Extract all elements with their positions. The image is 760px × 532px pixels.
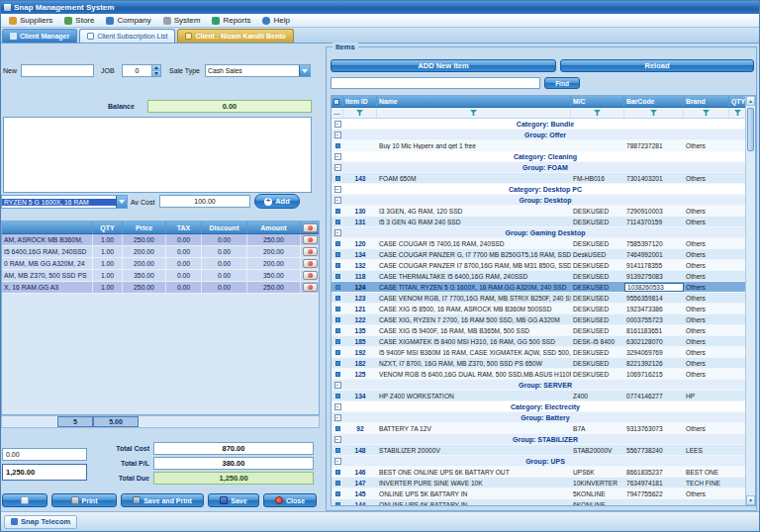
delete-row-button[interactable] — [303, 271, 318, 280]
row-expander[interactable] — [332, 382, 343, 389]
row-expander[interactable] — [332, 186, 343, 193]
tab-client-manager[interactable]: Client Manager — [2, 29, 77, 43]
row-selector[interactable] — [332, 296, 343, 301]
row-expander[interactable] — [332, 197, 343, 204]
save-and-print-button[interactable]: Save and Print — [121, 493, 204, 507]
group-row[interactable]: Group: STABILIZER — [332, 434, 747, 445]
sale-grid-row[interactable]: 0 RAM, MB GG A320M, 241.00200.000.000.00… — [2, 258, 319, 270]
category-row[interactable]: Category: Bundle — [332, 119, 747, 130]
row-selector[interactable] — [332, 361, 343, 366]
row-expander[interactable] — [332, 153, 343, 160]
items-col-header-barcode[interactable]: BarCode — [624, 96, 684, 107]
sale-type-select[interactable]: Cash Sales — [205, 64, 311, 77]
job-spinner-buttons[interactable] — [151, 65, 160, 76]
print-button[interactable]: Print — [51, 493, 117, 507]
item-row[interactable]: 144ONLINE UPS 6K BATTARY IN6KONLINE — [332, 499, 747, 506]
row-selector[interactable] — [332, 274, 343, 279]
scroll-down-icon[interactable] — [746, 495, 755, 505]
group-row[interactable]: Group: SERVER — [332, 380, 747, 391]
av-cost-input[interactable] — [159, 195, 250, 208]
filter-cell[interactable]: — — [332, 108, 343, 118]
row-selector[interactable] — [332, 209, 343, 214]
item-row[interactable]: 143FOAM 650MFM-HB0167301403201Others — [332, 173, 747, 184]
sale-grid-row[interactable]: AM, ASROCK MB B360M,1.00250.000.000.0025… — [2, 234, 319, 246]
filter-cell[interactable] — [377, 108, 571, 118]
row-selector[interactable] — [332, 491, 343, 496]
item-row[interactable]: 182NZXT, I7 8700, 16G RAM, MB Z370, 500 … — [332, 358, 747, 369]
items-scrollbar[interactable] — [745, 96, 755, 505]
item-row[interactable]: 118CASE THERMALTAKE I5 6400,16G RAM, 240… — [332, 271, 747, 282]
item-row[interactable]: 185CASE XIGMATEK I5 8400 MSI H310, 16 RA… — [332, 336, 747, 347]
group-row[interactable]: Group: FOAM — [332, 162, 747, 173]
sale-grid-row[interactable]: I5 6400,16G RAM, 240SSD1.00200.000.000.0… — [2, 246, 319, 258]
item-row[interactable]: 131I5 3 GEN 4G RAM 240 SSDDESKUSED711437… — [332, 217, 747, 227]
tab-client-subscription-list[interactable]: Client Subscription List — [79, 29, 175, 43]
item-row[interactable]: 120CASE COUGAR I5 7400,16 RAM, 240SSDDES… — [332, 238, 747, 249]
delete-row-button[interactable] — [303, 259, 318, 268]
item-row[interactable]: 145ONLINE UPS 5K BATTARY IN5KONLINE79477… — [332, 488, 747, 499]
item-row[interactable]: 146BEST ONE ONLINE UPS 6K BATTARY OUTUPS… — [332, 467, 747, 478]
category-row[interactable]: Category: Cleaning — [332, 151, 747, 162]
sale-grid-row[interactable]: X, 16 RAM.GG A31.00250.000.000.00250.00 — [2, 282, 319, 294]
row-selector[interactable] — [332, 176, 343, 181]
row-expander[interactable] — [332, 436, 343, 443]
category-row[interactable]: Category: Electrecity — [332, 401, 747, 412]
item-row[interactable]: 147INVERTER PURE SINE WAVE 10K10KINVERTE… — [332, 478, 747, 488]
item-row[interactable]: 192I5 9400F MSI B360M 16 RAM, CASE XIGMA… — [332, 347, 747, 358]
item-row[interactable]: 123CASE VENOM RGB, I7 7700,16G RAM, MB S… — [332, 293, 747, 304]
row-selector[interactable] — [332, 448, 343, 453]
row-selector[interactable] — [332, 502, 343, 507]
filter-cell[interactable] — [343, 108, 377, 118]
row-selector[interactable] — [332, 307, 343, 311]
delete-row-button[interactable] — [303, 235, 318, 244]
row-expander[interactable] — [332, 414, 343, 421]
group-row[interactable]: Group: Offer — [332, 130, 747, 140]
document-button[interactable] — [2, 493, 48, 507]
items-col-header-m-c[interactable]: M/C — [571, 96, 624, 107]
items-col-header-select[interactable] — [332, 96, 343, 107]
menu-item-company[interactable]: Company — [100, 14, 156, 27]
row-selector[interactable] — [332, 241, 343, 246]
row-selector[interactable] — [332, 372, 343, 377]
job-input[interactable] — [123, 65, 151, 76]
row-selector[interactable] — [332, 350, 343, 355]
due-field[interactable]: 1,250.00 — [2, 464, 87, 481]
row-selector[interactable] — [332, 328, 343, 333]
find-button[interactable]: Find — [544, 77, 580, 89]
item-row[interactable]: 121CASE XIG I5 8500, 16 RAM, ASROCK MB B… — [332, 304, 747, 314]
group-row[interactable]: Group: Battery — [332, 412, 747, 423]
item-row[interactable]: 148STABILIZER 20000VSTAB20000V5567738240… — [332, 445, 747, 456]
row-expander[interactable] — [332, 458, 343, 465]
row-expander[interactable] — [332, 229, 343, 236]
item-row[interactable]: 134CASE COUGAR PANZER G, I7 7700 MB B250… — [332, 249, 747, 260]
status-company-tab[interactable]: Snap Telecom — [4, 515, 77, 529]
save-button[interactable]: Save — [208, 493, 259, 507]
chevron-down-icon[interactable] — [299, 65, 310, 76]
row-selector[interactable] — [332, 394, 343, 399]
row-selector[interactable] — [332, 220, 343, 224]
spin-down-icon[interactable] — [152, 71, 160, 77]
row-expander[interactable] — [332, 403, 343, 410]
delete-row-button[interactable] — [303, 247, 318, 256]
reload-button[interactable]: Reload — [560, 59, 754, 72]
row-selector[interactable] — [332, 143, 343, 148]
row-selector[interactable] — [332, 481, 343, 486]
filter-cell[interactable] — [624, 108, 684, 118]
tab-client-nizam-kandil-bento[interactable]: Client : Nizam Kandil Bento — [177, 29, 293, 43]
item-row[interactable]: Buy 10 Mic Hyperx and get 1 free78872372… — [332, 140, 747, 151]
sale-grid-row[interactable]: AM, MB Z370, 500 SSD PS1.00350.000.000.0… — [2, 270, 319, 282]
notes-field[interactable] — [3, 117, 312, 193]
job-stepper[interactable] — [122, 64, 161, 77]
row-selector[interactable] — [332, 339, 343, 344]
item-row[interactable]: 132CASE COUGAR PANZER I7 8700,16G RAM, M… — [332, 260, 747, 271]
row-selector[interactable] — [332, 317, 343, 322]
menu-item-help[interactable]: Help — [256, 14, 295, 27]
row-selector[interactable] — [332, 285, 343, 290]
close-button[interactable]: Close — [263, 493, 317, 507]
items-search-input[interactable] — [331, 77, 540, 89]
filter-cell[interactable] — [571, 108, 624, 118]
item-row[interactable]: 125VENOM RGB I5 6400,16G DUAL RAM, 500 S… — [332, 369, 747, 380]
add-button[interactable]: Add — [254, 194, 300, 209]
new-input[interactable] — [21, 64, 94, 77]
paid-field[interactable]: 0.00 — [2, 448, 87, 461]
